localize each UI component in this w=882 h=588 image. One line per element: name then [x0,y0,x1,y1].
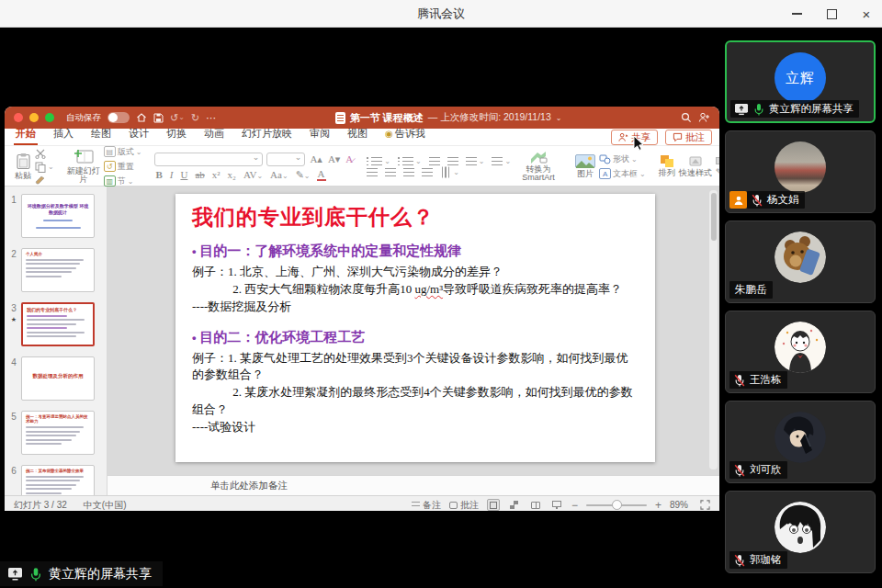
font-color-button[interactable]: A [317,169,326,181]
slide-canvas[interactable]: 我们的专业到底干什么？ 目的一：了解环境系统中的定量和定性规律例子：1. 北京、… [175,194,655,462]
tab-设计[interactable]: 设计 [127,125,151,145]
indent-decrease-icon[interactable] [429,157,440,165]
tab-开始[interactable]: 开始 [14,125,38,145]
notes-area[interactable]: 单击此处添加备注 [107,475,719,495]
participant-tile-1[interactable]: 立辉黄立辉的屏幕共享 [725,40,876,123]
bullets-icon[interactable]: ⌄ [367,157,390,165]
fit-window-icon[interactable] [700,500,710,510]
shapes-button[interactable]: 形状⌄ [599,153,646,165]
language-indicator[interactable]: 中文(中国) [84,499,127,512]
textbox-button[interactable]: A文本框⌄ [599,168,646,180]
screen-share-banner: 黄立辉的屏幕共享 [0,561,163,586]
slide-sorter-button[interactable] [508,499,521,511]
tab-审阅[interactable]: 审阅 [308,125,332,145]
zoom-level[interactable]: 89% [670,500,692,510]
font-name-select[interactable] [154,153,263,166]
participant-tile-4[interactable]: 王浩栋 [725,311,876,393]
tab-动画[interactable]: 动画 [202,125,226,145]
italic-button[interactable]: I [169,169,175,180]
autosave-toggle[interactable] [107,112,130,123]
reset-button[interactable]: ↺重置 [104,161,142,173]
slideshow-button[interactable] [550,499,563,511]
layout-button[interactable]: ▤版式⌄ [104,146,142,158]
highlight-pen-icon[interactable]: ✎⌄ [295,169,311,181]
tab-绘图[interactable]: 绘图 [89,125,113,145]
slide-thumbnail-2[interactable]: 个人简介 [21,248,95,292]
tab-插入[interactable]: 插入 [51,125,75,145]
change-case-button[interactable]: Aa⌄ [269,169,289,180]
redo-icon[interactable]: ↻ [191,113,199,123]
align-center-icon[interactable] [385,168,396,176]
mac-zoom-icon[interactable] [45,113,54,122]
notes-toggle[interactable]: 备注 [412,499,441,512]
share-person-icon[interactable] [698,112,710,123]
mac-minimize-icon[interactable] [29,113,39,122]
slide-thumbnail-6[interactable]: 例二：某布袋除尘器的除尘效果 [21,465,95,495]
comments-toggle[interactable]: 批注 [449,499,479,512]
smartart-button[interactable]: 转换为SmartArt [514,151,562,183]
copy-icon[interactable]: ⌄ [35,162,54,173]
share-button[interactable]: 共享 [611,130,658,145]
participant-tile-6[interactable]: 郭珈铭 [725,491,876,573]
strikethrough-button[interactable]: ab [194,169,205,180]
undo-icon[interactable]: ↺⌄ [170,113,185,123]
slide-thumbnail-3[interactable]: 我们的专业到底干什么？ [21,302,95,346]
normal-view-button[interactable] [487,499,500,511]
shrink-font-icon[interactable]: A▾ [327,153,341,165]
line-spacing-icon[interactable]: ⌄ [466,157,485,165]
search-icon[interactable] [681,112,692,123]
slide-thumbnail-4[interactable]: 数据处理及分析的作用 [21,356,95,401]
numbering-icon[interactable]: ⌄ [398,157,422,165]
char-spacing-button[interactable]: AV⌄ [243,169,264,180]
tab-幻灯片放映[interactable]: 幻灯片放映 [240,125,294,145]
participant-tile-5[interactable]: 刘可欣 [725,401,876,483]
text-direction-icon[interactable]: ⌄ [440,168,459,176]
home-icon[interactable] [136,112,147,123]
maximize-icon[interactable] [825,7,838,20]
save-icon[interactable] [153,113,164,123]
vertical-scrollbar[interactable] [709,190,718,469]
member-badge-icon [729,191,747,209]
arrange-button[interactable]: 排列 [659,155,675,177]
close-icon[interactable]: × [860,7,873,20]
grow-font-icon[interactable]: A▴ [309,153,322,165]
zoom-out-icon[interactable]: − [571,499,578,512]
section-button[interactable]: ▥节⌄ [104,175,142,187]
cut-icon[interactable] [35,149,54,159]
format-painter-icon[interactable] [35,175,54,185]
mac-close-icon[interactable] [14,113,23,122]
align-right-icon[interactable] [403,168,414,176]
shape-outline-icon[interactable]: ✎⌄ [716,167,719,176]
tab-切换[interactable]: 切换 [164,125,188,145]
justify-icon[interactable] [422,168,433,176]
shape-fill-icon[interactable]: ⌄ [716,156,719,164]
clear-format-icon[interactable]: A̷ [345,153,354,164]
align-left-icon[interactable] [367,168,378,176]
more-icon[interactable]: ⋯ [206,113,216,123]
font-size-select[interactable] [266,153,305,166]
participant-tile-3[interactable]: 朱鹏岳 [725,220,876,303]
zoom-in-icon[interactable]: + [655,499,662,512]
minimize-icon[interactable] [790,7,803,20]
tab-视图[interactable]: 视图 [345,125,369,145]
slide-thumbnail-1[interactable]: 环境数据分析及数学模型 环境数据统计 [21,194,95,238]
columns-icon[interactable]: ⌄ [492,157,511,165]
paste-button[interactable]: 粘贴 [15,153,31,180]
quick-styles-button[interactable]: 快速样式 [679,155,712,177]
tab-告诉我[interactable]: ◉告诉我 [383,125,427,145]
participant-tile-2[interactable]: 杨文娟 [725,130,876,213]
superscript-button[interactable]: x² [211,169,221,180]
chevron-down-icon[interactable]: ⌄ [556,114,562,122]
underline-button[interactable]: U [179,169,188,180]
slide-bullet-heading: 目的二：优化环境工程工艺 [192,329,639,346]
new-slide-button[interactable]: 新建幻灯片 [67,149,100,185]
indent-increase-icon[interactable] [447,157,458,165]
slide-thumbnail-5[interactable]: 例一：考查环境监测站点人员的技术能力 [21,411,95,455]
picture-button[interactable]: 图片 [575,154,595,178]
comments-button[interactable]: 批注 [665,130,712,145]
spellcheck-underline: ug/m³ [414,282,443,296]
reading-view-button[interactable] [529,499,542,511]
bold-button[interactable]: B [154,169,163,180]
zoom-slider[interactable] [586,504,647,506]
subscript-button[interactable]: x₂ [227,169,237,180]
